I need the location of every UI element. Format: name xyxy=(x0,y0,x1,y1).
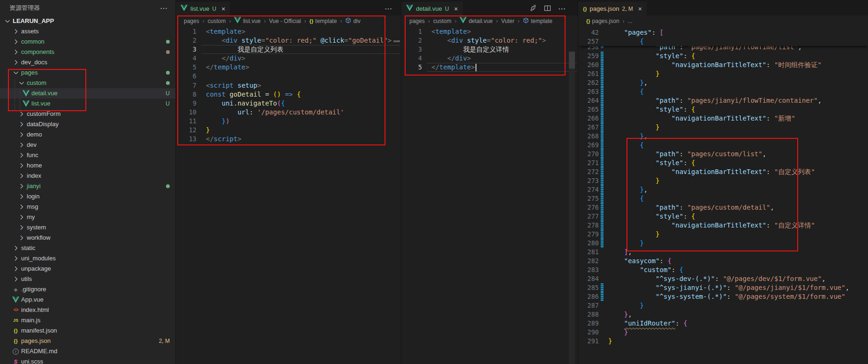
scrollbar[interactable] xyxy=(569,52,575,364)
close-icon[interactable]: × xyxy=(221,5,225,13)
tree-item-App.vue[interactable]: App.vue xyxy=(0,295,175,305)
code-line-289[interactable]: 289"uniIdRouter": { xyxy=(578,319,868,328)
breadcrumb-item-pages[interactable]: pages xyxy=(409,18,425,24)
code-line-259[interactable]: 259"style": { xyxy=(578,52,868,61)
code-line-270[interactable]: 270"path": "pages/custom/list", xyxy=(578,150,868,159)
code-line-275[interactable]: 275{ xyxy=(578,194,868,203)
tree-item-login[interactable]: login xyxy=(0,191,175,202)
code-editor-pages-json[interactable]: 42"pages": [257{258"path": "pages/jianyi… xyxy=(578,26,868,364)
tree-item-demo[interactable]: demo xyxy=(0,129,175,140)
breadcrumb-item-...[interactable]: ... xyxy=(628,18,633,24)
breadcrumb-item-detail.vue[interactable]: detail.vue xyxy=(460,17,492,25)
code-line-3[interactable]: 3我是自定义详情 xyxy=(401,45,578,54)
code-line-283[interactable]: 283"custom": { xyxy=(578,265,868,274)
code-editor-list-vue[interactable]: 1<template>2<div style="color: red;" @cl… xyxy=(176,26,401,364)
code-line-282[interactable]: 282"easycom": { xyxy=(578,257,868,265)
code-line-5[interactable]: 5</template> xyxy=(401,63,578,72)
open-changes-icon[interactable] xyxy=(529,4,537,13)
tree-item-dataDisplay[interactable]: dataDisplay xyxy=(0,119,175,129)
code-line-258[interactable]: 258"path": "pages/jianyi/flowTime/list", xyxy=(578,46,868,52)
code-line-279[interactable]: 279} xyxy=(578,230,868,239)
code-line-276[interactable]: 276"path": "pages/custom/detail", xyxy=(578,203,868,212)
code-line-2[interactable]: 2<div style="color: red;" @click="goDeta… xyxy=(176,36,401,45)
tree-item-dev[interactable]: dev xyxy=(0,140,175,150)
more-actions-icon[interactable]: ⋯ xyxy=(385,4,392,13)
code-line-12[interactable]: 12} xyxy=(176,126,401,135)
code-line-290[interactable]: 290} xyxy=(578,328,868,337)
code-line-278[interactable]: 278"navigationBarTitleText": "自定义详情" xyxy=(578,221,868,230)
tree-item-pages.json[interactable]: {}pages.json2, M xyxy=(0,336,175,346)
breadcrumb-item-Vuter[interactable]: Vuter xyxy=(501,18,514,24)
code-line-264[interactable]: 264"path": "pages/jianyi/flowTime/contai… xyxy=(578,96,868,105)
code-line-277[interactable]: 277"style": { xyxy=(578,212,868,221)
breadcrumb-item-pages[interactable]: pages xyxy=(184,18,199,24)
tree-item-pages[interactable]: pages xyxy=(0,68,175,78)
code-line-262[interactable]: 262}, xyxy=(578,78,868,87)
code-line-4[interactable]: 4</div> xyxy=(176,54,401,63)
code-line-261[interactable]: 261} xyxy=(578,69,868,78)
code-line-285[interactable]: 285"^sys-jianyi-(.*)": "@/pages/jianyi/$… xyxy=(578,283,868,292)
breadcrumb-item-list.vue[interactable]: list.vue xyxy=(234,17,260,25)
code-line-268[interactable]: 268}, xyxy=(578,132,868,141)
code-line-2[interactable]: 2<div style="color: red;"> xyxy=(401,36,578,45)
scrollbar-thumb[interactable] xyxy=(569,52,575,68)
code-line-5[interactable]: 5</template> xyxy=(176,63,401,72)
code-line-286[interactable]: 286"^sys-system-(.*)": "@/pages/system/$… xyxy=(578,292,868,301)
explorer-more-actions-icon[interactable]: ⋯ xyxy=(160,4,168,13)
breadcrumb-item-custom[interactable]: custom xyxy=(433,18,452,24)
breadcrumb-item-template[interactable]: template xyxy=(523,17,552,25)
tree-item-jianyi[interactable]: jianyi xyxy=(0,181,175,191)
code-line-269[interactable]: 269{ xyxy=(578,141,868,150)
tree-item-.gitignore[interactable]: ◈.gitignore xyxy=(0,284,175,295)
breadcrumb-item-template[interactable]: {}template xyxy=(309,18,337,24)
code-line-280[interactable]: 280} xyxy=(578,239,868,248)
tree-item-utils[interactable]: utils xyxy=(0,274,175,284)
breadcrumb-item-pages.json[interactable]: {}pages.json xyxy=(586,18,619,24)
code-line-273[interactable]: 273} xyxy=(578,176,868,185)
tab-detail-vue[interactable]: detail.vue U × xyxy=(401,2,463,15)
code-editor-detail-vue[interactable]: 1<template>2<div style="color: red;">3我是… xyxy=(401,26,578,364)
code-line-287[interactable]: 287} xyxy=(578,301,868,310)
code-line-10[interactable]: 10url: '/pages/custom/detail' xyxy=(176,108,401,117)
breadcrumb-item-Vue - Official[interactable]: Vue - Official xyxy=(269,18,301,24)
tree-item-detail.vue[interactable]: detail.vueU xyxy=(0,88,175,99)
tree-item-components[interactable]: components xyxy=(0,47,175,57)
tree-item-workflow[interactable]: workflow xyxy=(0,233,175,243)
tree-item-system[interactable]: system xyxy=(0,222,175,233)
code-line-281[interactable]: 281], xyxy=(578,248,868,257)
code-line-263[interactable]: 263{ xyxy=(578,87,868,96)
tree-item-my[interactable]: my xyxy=(0,212,175,222)
tree-item-LEARUN_APP[interactable]: LEARUN_APP xyxy=(0,16,175,26)
code-line-42[interactable]: 42"pages": [ xyxy=(578,28,868,37)
code-line-7[interactable]: 7<script setup> xyxy=(176,81,401,90)
code-line-8[interactable]: 8const goDetail = () => { xyxy=(176,90,401,99)
code-line-1[interactable]: 1<template> xyxy=(176,27,401,36)
close-icon[interactable]: × xyxy=(454,5,458,13)
code-line-266[interactable]: 266"navigationBarTitleText": "新增" xyxy=(578,114,868,123)
tree-item-msg[interactable]: msg xyxy=(0,202,175,212)
breadcrumb[interactable]: pages›custom›detail.vue›Vuter›template xyxy=(401,15,578,26)
breadcrumb[interactable]: {}pages.json›... xyxy=(578,15,868,26)
tree-item-static[interactable]: static xyxy=(0,243,175,253)
tree-item-index[interactable]: index xyxy=(0,171,175,181)
code-line-288[interactable]: 288}, xyxy=(578,310,868,319)
tree-item-custom[interactable]: custom xyxy=(0,78,175,88)
code-line-257[interactable]: 257{ xyxy=(578,37,868,46)
sticky-scroll[interactable]: 42"pages": [257{ xyxy=(578,27,868,46)
code-line-1[interactable]: 1<template> xyxy=(401,27,578,36)
code-line-284[interactable]: 284"^sys-dev-(.*)": "@/pages/dev/$1/form… xyxy=(578,274,868,283)
tree-item-manifest.json[interactable]: {}manifest.json xyxy=(0,326,175,336)
split-editor-icon[interactable] xyxy=(544,5,551,13)
tree-item-uni.scss[interactable]: Suni.scss xyxy=(0,356,175,364)
code-line-265[interactable]: 265"style": { xyxy=(578,105,868,114)
tab-list-vue[interactable]: list.vue U × xyxy=(176,2,230,15)
code-line-13[interactable]: 13</script> xyxy=(176,135,401,144)
tree-item-common[interactable]: common xyxy=(0,37,175,47)
tree-item-func[interactable]: func xyxy=(0,150,175,160)
tree-item-assets[interactable]: assets xyxy=(0,26,175,37)
tree-item-README.md[interactable]: iREADME.md xyxy=(0,346,175,356)
tree-item-home[interactable]: home xyxy=(0,160,175,171)
code-line-3[interactable]: 3我是自定义列表 xyxy=(176,45,401,54)
code-line-260[interactable]: 260"navigationBarTitleText": "时间组件验证" xyxy=(578,61,868,69)
breadcrumb[interactable]: pages›custom›list.vue›Vue - Official›{}t… xyxy=(176,15,401,26)
